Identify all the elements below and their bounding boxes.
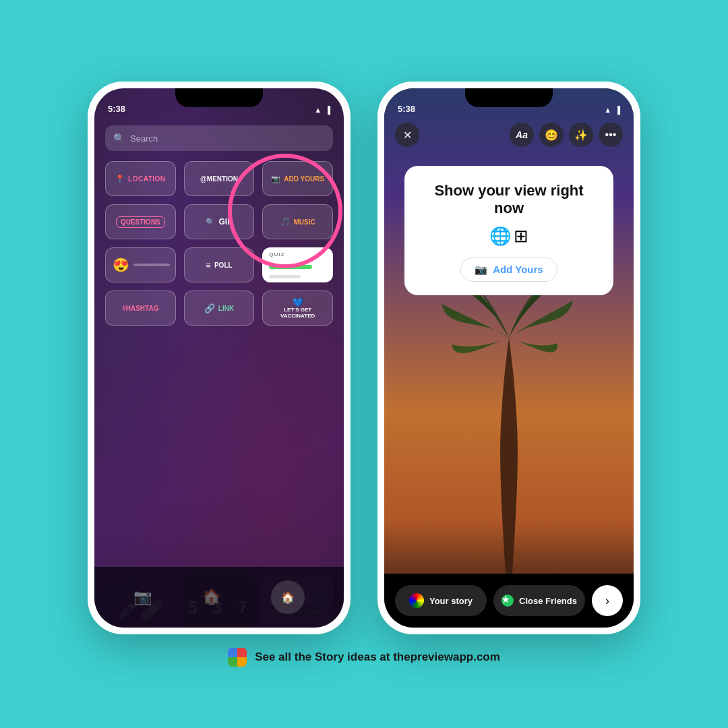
arrow-icon: › [605,594,609,608]
battery-icon: ▐ [325,106,330,114]
link-label: LINK [218,305,234,312]
vaccinated-heart-icon: 💙 [293,297,303,307]
poll-label: POLL [214,262,233,269]
story-topbar: ✕ Aa 😊 ✨ ••• [384,118,634,152]
sticker-vaccinated[interactable]: 💙 LET'S GETVACCINATED [262,291,333,326]
card-icon-globe: 🌐 [489,226,511,247]
emoji-face-icon: 😍 [113,257,129,273]
sticker-poll[interactable]: ≡ POLL [184,247,255,282]
sticker-hashtag[interactable]: #HASHTAG [105,291,176,326]
left-phone: 5:38 ▲ ▐ 🔍 Search 📍 LOCATION [88,82,351,634]
hashtag-label: #HASHTAG [122,305,158,312]
camera-icon-bottom[interactable]: 📷 [133,588,152,606]
gif-label: GIF [218,217,232,226]
questions-label: QUESTIONS [116,216,165,228]
status-time-right: 5:38 [398,104,415,114]
poll-icon: ≡ [206,260,211,270]
wifi-icon-right: ▲ [604,106,611,114]
add-yours-icon: 📷 [271,175,280,183]
footer-text: See all the Story ideas at thepreviewapp… [255,650,500,664]
link-icon: 🔗 [204,303,215,313]
status-icons-left: ▲ ▐ [314,106,330,114]
right-phone: 5:38 ▲ ▐ ✕ Aa 😊 ✨ ••• Show your view rig… [377,82,640,634]
sticker-quiz[interactable]: QUIZ [262,247,333,282]
bottom-icon-2[interactable]: 🏠 [202,588,220,606]
add-yours-label: ADD YOURS [284,175,324,183]
sticker-gif[interactable]: 🔍 GIF [184,204,255,239]
gif-search-icon: 🔍 [206,218,215,226]
stay-home-icon: 🏠 [281,591,295,604]
footer: See all the Story ideas at thepreviewapp… [228,648,500,667]
close-friends-btn[interactable]: ★ Close Friends [493,585,585,616]
battery-icon-right: ▐ [615,106,620,114]
search-icon: 🔍 [113,133,125,144]
add-yours-card-title: Show your view right now [418,182,600,218]
add-yours-card-btn[interactable]: 📷 Add Yours [460,257,557,282]
color-wheel-icon [409,593,424,608]
text-tool-btn[interactable]: Aa [510,123,534,147]
sparkle-tool-btn[interactable]: ✨ [569,123,593,147]
sticker-add-yours[interactable]: 📷 ADD YOURS [262,161,333,196]
right-phone-screen: 5:38 ▲ ▐ ✕ Aa 😊 ✨ ••• Show your view rig… [384,88,634,628]
add-yours-btn-label: Add Yours [493,264,543,275]
status-time-left: 5:38 [108,104,125,114]
sticker-tool-btn[interactable]: 😊 [539,123,564,147]
green-star-icon: ★ [502,595,514,607]
sticker-grid: 📍 LOCATION @MENTION 📷 ADD YOURS QUESTION… [105,161,333,326]
vaccinated-label: LET'S GETVACCINATED [280,307,315,320]
location-icon: 📍 [115,175,125,183]
phones-container: 5:38 ▲ ▐ 🔍 Search 📍 LOCATION [88,82,640,634]
add-yours-camera-icon: 📷 [475,264,487,276]
your-story-label: Your story [429,596,473,606]
share-arrow-btn[interactable]: › [592,585,623,616]
music-label: MUSIC [294,218,315,226]
story-bottom-bar: Your story ★ Close Friends › [384,574,634,628]
sticker-music[interactable]: 🎵 MUSIC [262,204,333,239]
notch-left [175,88,263,107]
search-placeholder: Search [130,133,158,144]
notch-right [465,88,553,107]
story-topbar-tools: Aa 😊 ✨ ••• [510,123,623,147]
location-label: LOCATION [128,175,165,183]
left-phone-screen: 5:38 ▲ ▐ 🔍 Search 📍 LOCATION [94,88,344,628]
card-icon-grid: ⊞ [514,226,528,247]
sticker-mention[interactable]: @MENTION [184,161,255,196]
add-yours-card-icons: 🌐 ⊞ [418,226,600,247]
wifi-icon: ▲ [314,106,322,114]
stay-home-sticker-btn[interactable]: 🏠 [271,580,305,614]
search-bar[interactable]: 🔍 Search [105,125,333,151]
more-tool-btn[interactable]: ••• [599,123,623,147]
left-bottom-bar: 📷 🏠 🏠 [94,567,344,628]
mention-label: @MENTION [200,175,238,183]
quiz-label: QUIZ [269,251,284,257]
preview-app-logo [228,648,247,667]
close-btn[interactable]: ✕ [395,123,419,147]
status-icons-right: ▲ ▐ [604,106,620,114]
music-bars-icon: 🎵 [280,217,291,226]
sticker-emoji-slider[interactable]: 😍 [105,247,176,282]
sticker-location[interactable]: 📍 LOCATION [105,161,176,196]
palm-tree-illustration [442,250,576,574]
close-friends-label: Close Friends [519,596,577,606]
sticker-link[interactable]: 🔗 LINK [184,291,255,326]
add-yours-card: Show your view right now 🌐 ⊞ 📷 Add Yours [404,166,613,295]
sticker-questions[interactable]: QUESTIONS [105,204,176,239]
your-story-btn[interactable]: Your story [395,585,487,616]
